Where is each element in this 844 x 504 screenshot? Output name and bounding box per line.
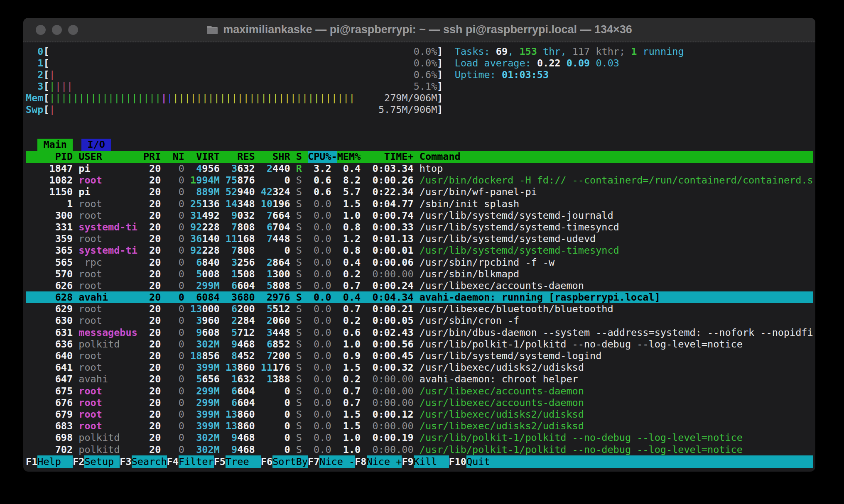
- cell-s: S: [296, 432, 302, 443]
- cell-pri: 20: [143, 303, 161, 315]
- cell-ni: 0: [167, 385, 184, 397]
- fkey-action-nice[interactable]: Nice -: [319, 455, 355, 468]
- cell-cmd: /sbin/init splash: [420, 198, 813, 210]
- process-row[interactable]: 702polkitd200302M94680S0.01.00:00.00/usr…: [26, 444, 813, 455]
- process-row[interactable]: 698polkitd200302M94680S0.01.00:00.19/usr…: [26, 432, 813, 443]
- process-row[interactable]: 359root20036140111687448S0.01.20:01.13/u…: [26, 233, 813, 245]
- cell-shr: 0: [261, 245, 290, 256]
- cell-res: 3256: [226, 257, 255, 268]
- fkey-action-quit[interactable]: Quit: [466, 455, 813, 468]
- process-row[interactable]: 641root200399M1386011176S0.01.50:00.32/u…: [26, 362, 813, 373]
- meter-line: 0[0.0%]Tasks: 69, 153 thr, 117 kthr; 1 r…: [26, 46, 815, 57]
- cell-res: 2284: [226, 315, 255, 326]
- fkey-action-tree[interactable]: Tree: [226, 455, 261, 468]
- column-header-user[interactable]: USER: [79, 151, 137, 163]
- cell-mem: 0.6: [337, 327, 361, 338]
- title-bar[interactable]: maximiliankaske — pi@raspberrypi: ~ — ss…: [23, 18, 815, 42]
- cell-virt: 299M: [190, 280, 220, 291]
- window-title-text: maximiliankaske — pi@raspberrypi: ~ — ss…: [223, 23, 632, 36]
- process-row[interactable]: 1150pi200889M5294042324S0.65.70:22.34/us…: [26, 186, 813, 198]
- cell-pid: 640: [26, 350, 73, 362]
- window-title: maximiliankaske — pi@raspberrypi: ~ — ss…: [206, 23, 632, 36]
- cell-res: 7808: [226, 245, 255, 256]
- process-row[interactable]: 679root200399M138600S0.01.50:00.12/usr/l…: [26, 409, 813, 420]
- column-header-virt[interactable]: VIRT: [190, 151, 220, 163]
- column-header-s[interactable]: S: [296, 151, 302, 163]
- cell-mem: 1.5: [337, 409, 361, 420]
- cell-cmd: /usr/libexec/accounts-daemon: [420, 385, 813, 397]
- process-row-selected[interactable]: 628avahi200608436802976S0.00.40:04.34ava…: [26, 291, 813, 303]
- cell-mem: 0.7: [337, 397, 361, 409]
- process-row[interactable]: 636polkitd200302M94686852S0.01.00:00.56/…: [26, 338, 813, 350]
- process-row[interactable]: 629root2001300062005512S0.00.70:00.21/us…: [26, 303, 813, 315]
- process-row[interactable]: 626root200299M66045808S0.00.70:00.24/usr…: [26, 280, 813, 291]
- process-row[interactable]: 300root2003149290327664S0.01.00:00.74/us…: [26, 210, 813, 221]
- meter-bar: |5.75M/906M: [49, 104, 437, 115]
- fkey-action-nice[interactable]: Nice +: [367, 455, 402, 468]
- column-header-time[interactable]: TIME+: [366, 151, 413, 163]
- cell-pri: 20: [143, 327, 161, 338]
- htop-screen: 0[0.0%]Tasks: 69, 153 thr, 117 kthr; 1 r…: [23, 42, 815, 468]
- cell-res: 1632: [226, 373, 255, 385]
- process-row[interactable]: 1082root2001994M758760S0.68.20:00.26/usr…: [26, 174, 813, 186]
- fkey-action-help[interactable]: Help: [37, 455, 73, 468]
- column-header-cmd[interactable]: Command: [420, 151, 813, 163]
- process-row[interactable]: 565_rpc200684032562864S0.00.40:00.06/usr…: [26, 257, 813, 268]
- process-row[interactable]: 647avahi200565616321388S0.00.20:00.00ava…: [26, 373, 813, 385]
- process-row[interactable]: 365systemd-ti2009222878080S0.00.80:00.01…: [26, 245, 813, 256]
- fkey-action-filter[interactable]: Filter: [179, 455, 214, 468]
- cell-s: S: [296, 198, 302, 210]
- column-header-mem[interactable]: MEM%: [337, 151, 361, 163]
- tab-io[interactable]: I/O: [81, 139, 111, 151]
- process-row[interactable]: 630root200396022842060S0.00.20:00.05/usr…: [26, 315, 813, 326]
- cell-time: 0:00.56: [366, 338, 413, 350]
- column-header-pid[interactable]: PID: [26, 151, 73, 163]
- cell-ni: 0: [167, 186, 184, 198]
- cell-virt: 36140: [190, 233, 220, 245]
- close-button[interactable]: [36, 25, 46, 35]
- fkey-action-kill[interactable]: Kill: [414, 455, 449, 468]
- cell-virt: 299M: [190, 397, 220, 409]
- cell-cmd: /usr/lib/systemd/systemd-logind: [420, 350, 813, 362]
- cell-virt: 92228: [190, 245, 220, 256]
- zoom-button[interactable]: [68, 25, 78, 35]
- meter-value: 279M/906M: [384, 92, 437, 104]
- process-row[interactable]: 676root200299M66040S0.00.70:00.00/usr/li…: [26, 397, 813, 409]
- cell-mem: 1.0: [337, 432, 361, 443]
- fkey-action-sortby[interactable]: SortBy: [272, 455, 308, 468]
- process-row[interactable]: 640root2001885684527200S0.00.90:00.45/us…: [26, 350, 813, 362]
- process-row[interactable]: 331systemd-ti2009222878086704S0.00.80:00…: [26, 221, 813, 233]
- process-row[interactable]: 675root200299M66040S0.00.70:00.00/usr/li…: [26, 385, 813, 397]
- process-row[interactable]: 1847pi200495636322440R3.20.40:03.34htop: [26, 163, 813, 174]
- cell-cmd: /usr/bin/dockerd -H fd:// --containerd=/…: [420, 174, 813, 186]
- cell-s: R: [296, 163, 302, 174]
- process-row[interactable]: 1root200251361434810196S0.01.50:04.77/sb…: [26, 198, 813, 210]
- process-table-header[interactable]: PIDUSERPRINIVIRTRESSHRSCPU%-MEM%TIME+Com…: [26, 151, 813, 163]
- column-header-shr[interactable]: SHR: [261, 151, 290, 163]
- cell-pri: 20: [143, 233, 161, 245]
- cell-res: 13860: [226, 420, 255, 432]
- fkey-action-search[interactable]: Search: [132, 455, 167, 468]
- cell-ni: 0: [167, 303, 184, 315]
- cell-user: avahi: [79, 291, 137, 303]
- tab-main[interactable]: Main: [37, 139, 73, 151]
- fkey-action-setup[interactable]: Setup: [84, 455, 120, 468]
- cell-s: S: [296, 327, 302, 338]
- fkey-number: F5: [214, 455, 226, 468]
- process-row[interactable]: 683root200399M138600S0.01.50:00.00/usr/l…: [26, 420, 813, 432]
- cell-pid: 675: [26, 385, 73, 397]
- process-row[interactable]: 631messagebus200960857123448S0.00.60:02.…: [26, 327, 813, 338]
- process-row[interactable]: 570root200500815081300S0.00.20:00.00/usr…: [26, 268, 813, 280]
- meter-line: Mem[||||||||||||||||||||||||||||||||||||…: [26, 92, 815, 104]
- cell-cpu: 0.6: [308, 186, 331, 198]
- column-header-res[interactable]: RES: [226, 151, 255, 163]
- cell-s: S: [296, 233, 302, 245]
- column-header-pri[interactable]: PRI: [143, 151, 161, 163]
- minimize-button[interactable]: [52, 25, 62, 35]
- cell-pri: 20: [143, 432, 161, 443]
- column-header-ni[interactable]: NI: [167, 151, 184, 163]
- cell-res: 11168: [226, 233, 255, 245]
- cell-ni: 0: [167, 280, 184, 291]
- meter-bar: ||||||||||||||||||||||||||||||||||||||||…: [49, 92, 437, 104]
- column-header-cpu[interactable]: CPU%-: [308, 151, 331, 163]
